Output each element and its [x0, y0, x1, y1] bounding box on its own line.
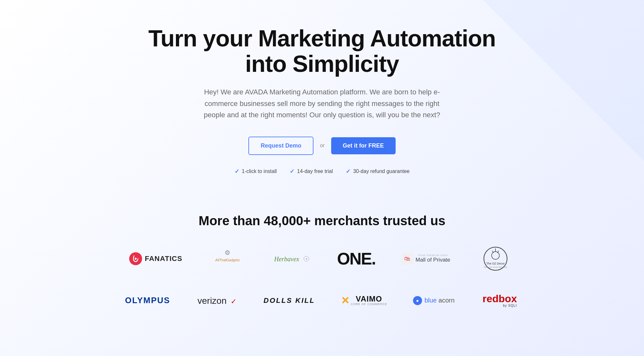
hero-subtitle: Hey! We are AVADA Marketing Automation p… [193, 86, 451, 120]
logo-vaimo: ✕ VAIMO CORE OF COMMERCE [341, 289, 387, 312]
logos-row-1: FANATICS ⚙ AllThatGadgets Herbavex ✦ [71, 247, 573, 270]
merchants-title: More than 48,000+ merchants trusted us [71, 214, 573, 228]
acorn-icon: ● [413, 296, 422, 305]
logos-row-2: OLYMPUS verizon ✓ DOLLS KILL ✕ VAIMO COR… [71, 289, 573, 312]
redbox-main-text: redbox [483, 293, 517, 304]
logo-blueacorn: ● blue acorn [413, 289, 455, 312]
mall-tagline: YOUR PREMIUM SHOP [416, 254, 450, 256]
svg-text:✓: ✓ [231, 297, 236, 305]
svg-text:The OZ Decor: The OZ Decor [486, 262, 505, 265]
merchants-section: More than 48,000+ merchants trusted us F… [64, 194, 580, 344]
svg-point-9 [492, 252, 499, 259]
get-free-button[interactable]: Get it for FREE [331, 137, 396, 154]
logo-verizon: verizon ✓ [196, 289, 238, 312]
one-text: ONE. [337, 249, 375, 268]
svg-text:AllThatGadgets: AllThatGadgets [215, 258, 240, 262]
trust-badge-install: ✓ 1-click to install [235, 168, 277, 175]
cta-buttons: Request Demo or Get it for FREE [135, 137, 509, 155]
acorn-blue: blue [425, 297, 437, 304]
badge-install-label: 1-click to install [242, 168, 277, 174]
check-icon-1: ✓ [235, 168, 239, 175]
logo-allthatgadgets: ⚙ AllThatGadgets [208, 247, 247, 270]
svg-text:⚙: ⚙ [225, 250, 230, 256]
svg-text:verizon: verizon [197, 296, 226, 306]
trust-badge-trial: ✓ 14-day free trial [290, 168, 333, 175]
fanatics-text: FANATICS [145, 255, 182, 263]
logo-mall: 🛍 YOUR PREMIUM SHOP Mall of Private [401, 247, 450, 270]
fanatics-icon [129, 252, 142, 265]
logo-dollskill: DOLLS KILL [264, 289, 315, 312]
svg-point-0 [135, 258, 137, 260]
check-icon-2: ✓ [290, 168, 294, 175]
vaimo-x: ✕ [341, 294, 350, 307]
vaimo-text-block: VAIMO CORE OF COMMERCE [351, 295, 387, 306]
acorn-text: blue acorn [425, 297, 455, 304]
logo-olympus: OLYMPUS [125, 289, 170, 312]
badge-refund-label: 30-day refund guarantee [353, 168, 409, 174]
cta-or-label: or [320, 143, 324, 149]
vaimo-sub-text: CORE OF COMMERCE [351, 303, 387, 306]
request-demo-button[interactable]: Request Demo [248, 137, 313, 155]
hero-title: Turn your Marketing Automation into Simp… [135, 26, 509, 77]
svg-text:Herbavex: Herbavex [274, 255, 299, 263]
vaimo-main-text: VAIMO [351, 295, 387, 303]
olympus-text: OLYMPUS [125, 295, 170, 305]
svg-text:Style your Home New Look: Style your Home New Look [484, 266, 507, 268]
redbox-container: redbox by SQLI [483, 293, 517, 307]
trust-badge-refund: ✓ 30-day refund guarantee [346, 168, 409, 175]
logo-ozdecor: The OZ Decor Style your Home New Look [476, 247, 515, 270]
svg-text:🛍: 🛍 [404, 255, 410, 262]
logo-herbavex: Herbavex ✦ [273, 247, 311, 270]
hero-section: Turn your Marketing Automation into Simp… [129, 0, 515, 194]
dollskill-text: DOLLS KILL [264, 296, 315, 305]
check-icon-3: ✓ [346, 168, 351, 175]
logo-fanatics: FANATICS [129, 247, 182, 270]
badge-trial-label: 14-day free trial [297, 168, 333, 174]
mall-text: Mall of Private [416, 257, 450, 263]
trust-badges: ✓ 1-click to install ✓ 14-day free trial… [135, 168, 509, 175]
logo-one: ONE. [337, 247, 376, 270]
redbox-sub-text: by SQLI [503, 304, 517, 307]
logo-redbox: redbox by SQLI [480, 289, 519, 312]
page-wrapper: Turn your Marketing Automation into Simp… [0, 0, 644, 356]
svg-text:✦: ✦ [305, 257, 308, 261]
